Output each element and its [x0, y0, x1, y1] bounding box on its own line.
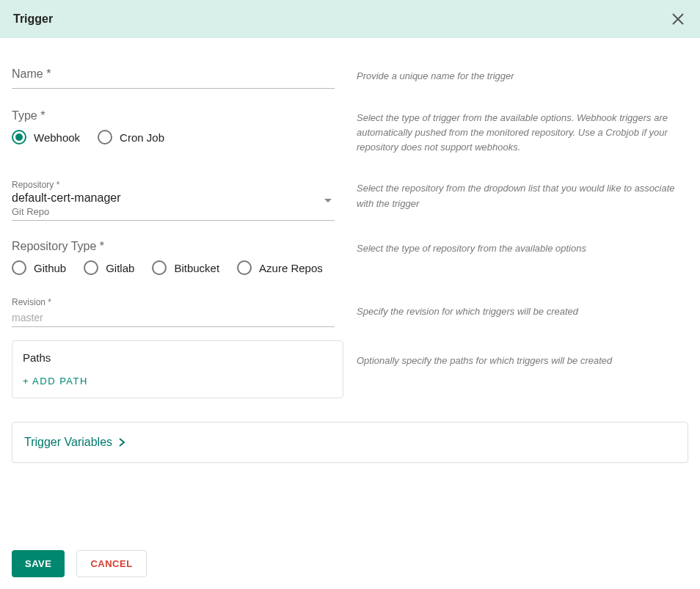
paths-title: Paths: [23, 351, 332, 364]
radio-icon: [152, 260, 167, 275]
radio-label: Azure Repos: [259, 262, 323, 274]
name-input[interactable]: [12, 88, 335, 89]
radio-cron-job[interactable]: Cron Job: [98, 130, 164, 144]
type-hint: Select the type of trigger from the avai…: [357, 109, 688, 155]
dialog-header: Trigger: [0, 0, 700, 38]
radio-bitbucket[interactable]: Bitbucket: [152, 260, 219, 275]
type-label: Type *: [12, 109, 335, 122]
row-name: Name * Provide a unique name for the tri…: [12, 67, 688, 89]
revision-label: Revision *: [12, 297, 335, 307]
row-repository: Repository * default-cert-manager Git Re…: [12, 180, 688, 221]
dialog-footer: SAVE CANCEL: [12, 550, 147, 577]
radio-gitlab[interactable]: Gitlab: [84, 260, 134, 275]
radio-icon: [98, 130, 112, 144]
revision-input[interactable]: [12, 309, 335, 327]
close-icon: [671, 12, 685, 26]
cancel-button[interactable]: CANCEL: [76, 550, 146, 577]
repository-value: default-cert-manager: [12, 191, 335, 205]
radio-label: Gitlab: [106, 262, 134, 274]
radio-label: Bitbucket: [174, 262, 219, 274]
row-repo-type: Repository Type * Github Gitlab Bitbucke…: [12, 240, 688, 275]
dialog-title: Trigger: [13, 12, 53, 26]
radio-icon: [12, 130, 26, 144]
row-paths: Paths + ADD PATH Optionally specify the …: [12, 340, 688, 398]
paths-hint: Optionally specify the paths for which t…: [357, 340, 688, 368]
radio-github[interactable]: Github: [12, 260, 66, 275]
repository-hint: Select the repository from the dropdown …: [357, 180, 688, 211]
radio-label: Cron Job: [120, 131, 164, 144]
repo-type-hint: Select the type of repository from the a…: [357, 240, 688, 256]
repository-select[interactable]: default-cert-manager Git Repo: [12, 191, 335, 221]
repository-subvalue: Git Repo: [12, 206, 335, 217]
name-label: Name *: [12, 67, 335, 81]
plus-icon: +: [23, 376, 29, 387]
row-revision: Revision * Specify the revision for whic…: [12, 297, 688, 327]
radio-azure-repos[interactable]: Azure Repos: [237, 260, 323, 275]
revision-hint: Specify the revision for which triggers …: [357, 297, 688, 319]
radio-label: Github: [34, 262, 66, 274]
chevron-right-icon: [118, 437, 125, 447]
add-path-label: ADD PATH: [32, 376, 88, 387]
dialog-body: Name * Provide a unique name for the tri…: [0, 38, 700, 463]
trigger-variables-section[interactable]: Trigger Variables: [12, 422, 688, 463]
save-button[interactable]: SAVE: [12, 550, 65, 577]
trigger-variables-label: Trigger Variables: [24, 436, 112, 449]
radio-webhook[interactable]: Webhook: [12, 130, 80, 144]
radio-icon: [84, 260, 98, 275]
chevron-down-icon: [324, 199, 332, 202]
repo-type-label: Repository Type *: [12, 240, 335, 253]
close-button[interactable]: [669, 10, 687, 28]
name-hint: Provide a unique name for the trigger: [357, 67, 688, 84]
repository-label: Repository *: [12, 180, 335, 190]
radio-label: Webhook: [34, 131, 80, 144]
radio-icon: [12, 260, 26, 275]
row-type: Type * Webhook Cron Job Select the type …: [12, 109, 688, 155]
radio-icon: [237, 260, 252, 275]
paths-card: Paths + ADD PATH: [12, 340, 343, 398]
add-path-button[interactable]: + ADD PATH: [23, 376, 88, 387]
